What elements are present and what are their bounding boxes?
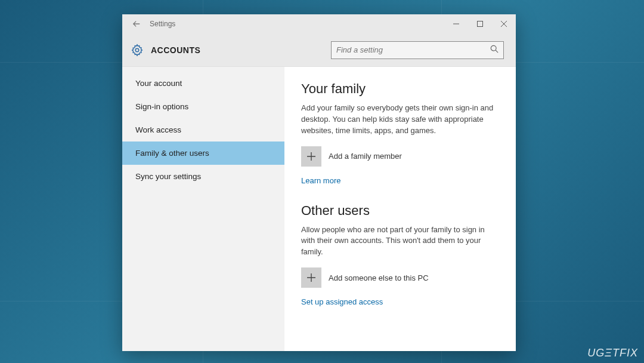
sidebar-item-your-account[interactable]: Your account: [122, 72, 284, 95]
plus-icon: [301, 267, 321, 288]
sidebar-item-signin-options[interactable]: Sign-in options: [122, 95, 284, 118]
add-family-member-label: Add a family member: [329, 152, 402, 161]
watermark: UGΞTFIX: [587, 347, 638, 359]
add-other-user-label: Add someone else to this PC: [329, 273, 429, 282]
your-family-heading: Your family: [301, 81, 499, 97]
content-pane: Your family Add your family so everybody…: [284, 67, 516, 351]
sidebar-item-family-other-users[interactable]: Family & other users: [122, 141, 284, 165]
section-title: ACCOUNTS: [151, 45, 200, 55]
titlebar: Settings: [122, 14, 516, 33]
your-family-description: Add your family so everybody gets their …: [301, 103, 499, 137]
sidebar: Your account Sign-in options Work access…: [122, 67, 284, 351]
minimize-button[interactable]: [444, 14, 468, 33]
search-input[interactable]: [336, 45, 490, 54]
window-title: Settings: [150, 20, 175, 28]
gear-icon: [131, 44, 144, 57]
sidebar-item-sync-settings[interactable]: Sync your settings: [122, 165, 284, 188]
other-users-heading: Other users: [301, 203, 499, 219]
back-arrow-icon: [132, 20, 141, 28]
close-icon: [501, 21, 507, 27]
learn-more-link[interactable]: Learn more: [301, 176, 340, 185]
header: ACCOUNTS: [122, 33, 516, 67]
search-box[interactable]: [331, 41, 504, 59]
other-users-description: Allow people who are not part of your fa…: [301, 224, 499, 259]
settings-window: Settings ACCOUNTS Your account: [122, 14, 516, 351]
search-icon: [490, 45, 499, 55]
svg-point-1: [135, 48, 139, 52]
minimize-icon: [453, 21, 459, 27]
add-other-user-button[interactable]: Add someone else to this PC: [301, 267, 499, 288]
maximize-icon: [477, 21, 483, 27]
maximize-button[interactable]: [468, 14, 492, 33]
plus-icon: [301, 146, 321, 167]
window-body: Your account Sign-in options Work access…: [122, 67, 516, 351]
back-button[interactable]: [127, 14, 146, 33]
svg-rect-0: [478, 21, 483, 27]
close-button[interactable]: [492, 14, 516, 33]
svg-point-2: [491, 45, 496, 51]
add-family-member-button[interactable]: Add a family member: [301, 146, 499, 167]
assigned-access-link[interactable]: Set up assigned access: [301, 297, 383, 306]
sidebar-item-work-access[interactable]: Work access: [122, 118, 284, 141]
